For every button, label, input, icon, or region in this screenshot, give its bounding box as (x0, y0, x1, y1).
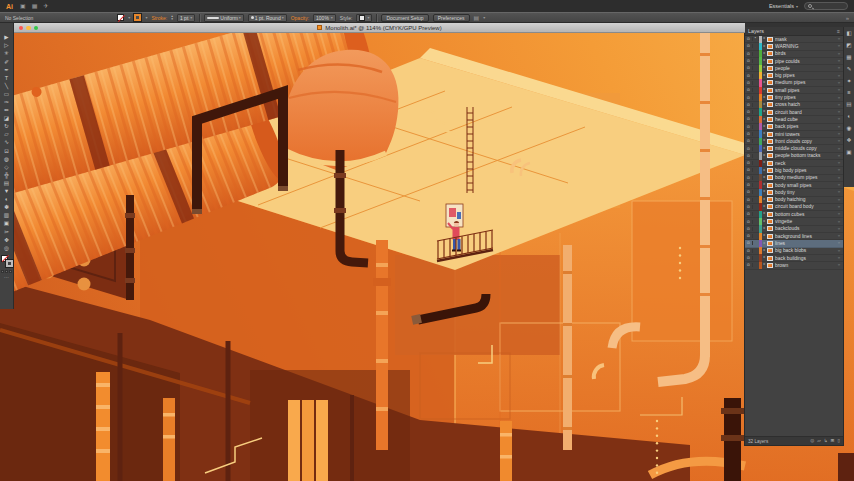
selection-tool[interactable]: ▶ (0, 34, 14, 42)
direct-selection-tool[interactable]: ▷ (0, 42, 14, 50)
gpu-performance-icon[interactable]: ✈ (43, 3, 48, 9)
target-circle-icon[interactable]: ○ (835, 227, 843, 231)
visibility-eye-icon[interactable]: ⊙ (745, 168, 753, 172)
gradient-tool[interactable]: ▤ (0, 180, 14, 188)
symbols-panel-icon[interactable]: ✦ (847, 79, 852, 85)
visibility-eye-icon[interactable]: ⊙ (745, 59, 753, 63)
blend-tool[interactable]: ◐ (0, 196, 14, 204)
color-guide-panel-icon[interactable]: ◩ (846, 43, 851, 49)
layer-name[interactable]: body small pipes (775, 183, 835, 188)
layer-name[interactable]: body medium pipes (775, 175, 835, 180)
target-circle-icon[interactable]: ○ (835, 183, 843, 187)
target-circle-icon[interactable]: ○ (835, 44, 843, 48)
paintbrush-tool[interactable]: ✑ (0, 99, 14, 107)
draw-normal-icon[interactable] (1, 270, 4, 273)
lasso-tool[interactable]: ✐ (0, 58, 14, 66)
visibility-eye-icon[interactable]: ⊙ (745, 220, 753, 224)
layer-name[interactable]: pipe coulds (775, 59, 835, 64)
layer-name[interactable]: body hatching (775, 197, 835, 202)
layer-name[interactable]: birds (775, 51, 835, 56)
opacity-field[interactable]: 100% ▾ (313, 14, 336, 22)
width-profile-dropdown[interactable]: Uniform ▾ (204, 14, 244, 22)
layers-tab-label[interactable]: Layers (748, 28, 764, 34)
visibility-eye-icon[interactable]: ⊙ (745, 132, 753, 136)
layer-name[interactable]: middle clouds copy (775, 146, 835, 151)
target-circle-icon[interactable]: ○ (835, 96, 843, 100)
target-circle-icon[interactable]: ○ (835, 161, 843, 165)
visibility-eye-icon[interactable]: ⊙ (745, 190, 753, 194)
type-tool[interactable]: T (0, 74, 14, 82)
draw-mode-buttons[interactable] (1, 270, 12, 273)
visibility-eye-icon[interactable]: ⊙ (745, 125, 753, 129)
layers-panel-header[interactable]: Layers ≡ (745, 27, 843, 36)
bridge-icon[interactable]: ▣ (20, 3, 26, 9)
visibility-eye-icon[interactable]: ⊙ (745, 176, 753, 180)
stroke-color-swatch[interactable] (134, 14, 141, 21)
visibility-eye-icon[interactable]: ⊙ (745, 139, 753, 143)
visibility-eye-icon[interactable]: ⊙ (745, 263, 753, 267)
draw-inside-icon[interactable] (9, 270, 12, 273)
layer-name[interactable]: small pipes (775, 88, 835, 93)
visibility-eye-icon[interactable]: ⊙ (745, 37, 753, 41)
style-dropdown[interactable]: ▾ (356, 14, 372, 22)
screen-mode-button[interactable]: ⋯ (4, 275, 9, 280)
width-tool[interactable]: ∿ (0, 139, 14, 147)
target-circle-icon[interactable]: ○ (835, 110, 843, 114)
slice-tool[interactable]: ✂ (0, 228, 14, 236)
document-titlebar[interactable]: Monolith.ai* @ 114% (CMYK/GPU Preview) (14, 23, 745, 33)
scale-tool[interactable]: ▱ (0, 131, 14, 139)
rotate-tool[interactable]: ↻ (0, 123, 14, 131)
layer-name[interactable]: circuit board (775, 110, 835, 115)
layer-row-brown[interactable]: ⊙▸brown○ (745, 262, 843, 269)
new-sublayer-icon[interactable]: ↳ (824, 439, 828, 444)
layer-name[interactable]: cross hatch (775, 102, 835, 107)
visibility-eye-icon[interactable]: ⊙ (745, 96, 753, 100)
visibility-eye-icon[interactable]: ⊙ (745, 183, 753, 187)
target-circle-icon[interactable]: ○ (835, 37, 843, 41)
shape-builder-tool[interactable]: ◍ (0, 155, 14, 163)
visibility-eye-icon[interactable]: ⊙ (745, 227, 753, 231)
layer-name[interactable]: mini towers (775, 132, 835, 137)
visibility-eye-icon[interactable]: ⊙ (745, 234, 753, 238)
target-circle-icon[interactable]: ○ (835, 212, 843, 216)
layer-name[interactable]: back buildings (775, 256, 835, 261)
window-controls[interactable] (19, 26, 38, 30)
target-circle-icon[interactable]: ○ (835, 125, 843, 129)
new-layer-icon[interactable]: ⊞ (831, 439, 835, 444)
collapse-controlbar-icon[interactable]: » (846, 15, 849, 21)
visibility-eye-icon[interactable]: ⊙ (745, 117, 753, 121)
fill-stroke-indicator[interactable] (1, 255, 13, 267)
panel-menu-icon[interactable]: ≡ (837, 28, 840, 34)
target-circle-icon[interactable]: ○ (835, 52, 843, 56)
brushes-panel-icon[interactable]: ✎ (847, 67, 852, 73)
free-transform-tool[interactable]: ⊡ (0, 147, 14, 155)
stroke-swatch-icon[interactable] (6, 260, 13, 267)
arrange-documents-icon[interactable]: ▦ (32, 3, 38, 9)
layer-name[interactable]: medium pipes (775, 80, 835, 85)
visibility-eye-icon[interactable]: ⊙ (745, 66, 753, 70)
layer-name[interactable]: back pipes (775, 124, 835, 129)
target-circle-icon[interactable]: ○ (835, 103, 843, 107)
chevron-down-icon[interactable]: ▾ (145, 15, 147, 20)
target-circle-icon[interactable]: ○ (835, 132, 843, 136)
visibility-eye-icon[interactable]: ⊙ (745, 44, 753, 48)
target-circle-icon[interactable]: ○ (835, 168, 843, 172)
target-circle-icon[interactable]: ○ (835, 234, 843, 238)
visibility-eye-icon[interactable]: ⊙ (745, 81, 753, 85)
column-graph-tool[interactable]: ▥ (0, 212, 14, 220)
layer-name[interactable]: big back blobs (775, 248, 835, 253)
minimize-window-icon[interactable] (26, 26, 30, 30)
target-circle-icon[interactable]: ○ (835, 139, 843, 143)
target-circle-icon[interactable]: ○ (835, 74, 843, 78)
eyedropper-tool[interactable]: ▼ (0, 188, 14, 196)
canvas-artboard[interactable] (0, 23, 854, 481)
layer-name[interactable]: background lines (775, 234, 835, 239)
transparency-panel-icon[interactable]: ◐ (847, 114, 850, 120)
document-setup-button[interactable]: Document Setup (381, 14, 428, 22)
visibility-eye-icon[interactable]: ⊙ (745, 249, 753, 253)
mesh-tool[interactable]: ╬ (0, 172, 14, 180)
target-circle-icon[interactable]: ○ (835, 176, 843, 180)
target-circle-icon[interactable]: ○ (835, 59, 843, 63)
target-circle-icon[interactable]: ○ (835, 117, 843, 121)
visibility-eye-icon[interactable]: ⊙ (745, 103, 753, 107)
